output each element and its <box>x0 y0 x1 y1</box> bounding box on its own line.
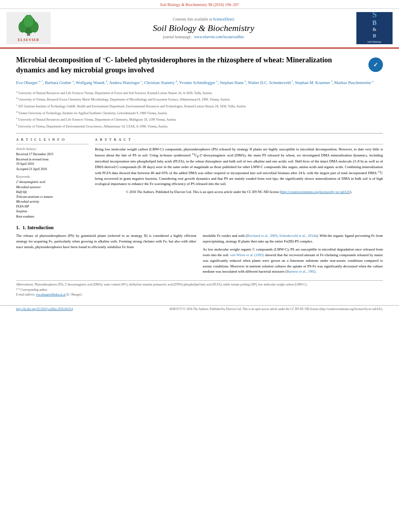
abstract-column: A B S T R A C T Being low molecular weig… <box>95 138 383 219</box>
journal-citation: Soil Biology & Biochemistry 98 (2016) 19… <box>160 2 239 7</box>
sciencedirect-link[interactable]: ScienceDirect <box>213 17 234 21</box>
logo-b: B <box>372 19 377 27</box>
footer-issn: 0038-0717/© 2016 The Authors. Published … <box>169 307 383 311</box>
keywords-label: Keywords: <box>16 175 88 179</box>
intro-col-left: The release of phytosiderophores (PS) by… <box>16 233 196 277</box>
keyword-3: Half-life <box>16 190 88 194</box>
section-number: 1. <box>16 225 20 230</box>
article-title-text: Microbial decomposition of 13C- labeled … <box>16 55 362 75</box>
abstract-license: © 2016 The Authors. Published by Elsevie… <box>95 189 383 195</box>
elsevier-logo: ELSEVIER <box>6 12 51 44</box>
elsevier-text: ELSEVIER <box>18 38 39 42</box>
abstract-label: A B S T R A C T <box>95 138 383 142</box>
affiliation-c: c AIT Austrian Institute of Technology G… <box>16 103 383 109</box>
article-info-column: A R T I C L E I N F O Article history: R… <box>16 138 88 219</box>
svg-point-4 <box>24 15 33 27</box>
journal-homepage-link[interactable]: www.elsevier.com/locate/soilbio <box>194 35 244 39</box>
abstract-box: Being low molecular weight carbon (LMW-C… <box>95 144 383 195</box>
divider-after-affiliations <box>16 133 383 134</box>
crossmark-icon: ✓ <box>368 58 383 72</box>
abstract-text: Being low molecular weight carbon (LMW-C… <box>95 147 383 187</box>
journal-title: Soil Biology & Biochemistry <box>55 23 352 33</box>
revised-date: Received in revised form19 April 2016 <box>16 157 88 166</box>
keyword-4: Triticum aestivum cv tamaro <box>16 195 88 199</box>
journal-logo-right: S B & B Soil Biology& Biochemistry <box>356 12 393 44</box>
keyword-5: Microbial activity <box>16 199 88 204</box>
abbreviations-note: Abbreviations: Phytosiderophores (PS), 2… <box>16 283 383 287</box>
section-title: 1. Introduction <box>23 225 53 230</box>
article-title-section: Microbial decomposition of 13C- labeled … <box>16 55 383 75</box>
affiliation-b: b University of Vienna, Research Focus C… <box>16 96 383 102</box>
crossmark-badge: ✓ <box>368 58 383 72</box>
contents-line: Contents lists available at ScienceDirec… <box>55 17 352 21</box>
intro-body: The release of phytosiderophores (PS) by… <box>16 233 383 277</box>
keyword-7: Sorption <box>16 209 88 214</box>
page-footer: http://dx.doi.org/10.1016/j.soilbio.2016… <box>0 305 399 312</box>
logo-s: S <box>372 12 376 19</box>
abstract-paragraph: Being low molecular weight carbon (LMW-C… <box>95 147 383 187</box>
history-label: Article history: <box>16 147 88 151</box>
intro-col-right: insoluble Fe oxides and soils (Reichard … <box>203 233 383 277</box>
keyword-6: PLFA-SIP <box>16 204 88 209</box>
footnote-section: Abbreviations: Phytosiderophores (PS), 2… <box>16 280 383 297</box>
corresponding-note: * * Corresponding author. <box>16 288 383 292</box>
affiliation-d: d Vienna University of Technology, Insti… <box>16 110 383 116</box>
intro-para-1: The release of phytosiderophores (PS) by… <box>16 233 196 250</box>
intro-para-3: As low molecular weight organic C compou… <box>203 247 383 275</box>
logo-amp: & <box>372 27 376 33</box>
journal-homepage: journal homepage: www.elsevier.com/locat… <box>55 35 352 39</box>
article-title: Microbial decomposition of 13C- labeled … <box>16 55 362 75</box>
keyword-8: Root exudates <box>16 214 88 219</box>
affiliation-a: a University of Natural Resources and Li… <box>16 90 383 96</box>
journal-center: Contents lists available at ScienceDirec… <box>51 17 356 39</box>
email-link[interactable]: eva.oburger@boku.ac.at <box>36 293 66 296</box>
article-info-box: Article history: Received 17 December 20… <box>16 144 88 219</box>
journal-header: ELSEVIER Contents lists available at Sci… <box>0 9 399 49</box>
article-info-abstract-section: A R T I C L E I N F O Article history: R… <box>16 138 383 219</box>
journal-citation-bar: Soil Biology & Biochemistry 98 (2016) 19… <box>0 0 399 9</box>
affiliations: a University of Natural Resources and Li… <box>16 90 383 129</box>
intro-para-2: insoluble Fe oxides and soils (Reichard … <box>203 233 383 244</box>
email-note: E-mail address: eva.oburger@boku.ac.at (… <box>16 293 383 297</box>
ref-barness[interactable]: Barness et al., 1992 <box>287 269 315 273</box>
main-content: Microbial decomposition of 13C- labeled … <box>0 49 399 302</box>
ref-reichard[interactable]: Reichard et al., 2005 <box>247 234 277 238</box>
intro-heading: 1. 1. Introduction <box>16 225 383 231</box>
received-date: Received 17 December 2015 <box>16 152 88 156</box>
ref-vonwiren[interactable]: von Wiren et al. (1993) <box>230 253 264 257</box>
keyword-1: 2′-deoxymugineic acid <box>16 180 88 184</box>
ref-schenkeveld[interactable]: Schenkeveld et al., 2014a <box>279 234 317 238</box>
logo-b2: B <box>373 33 376 39</box>
accepted-date: Accepted 21 April 2016 <box>16 167 88 171</box>
logo-small-text: Soil Biology& Biochemistry <box>365 40 384 45</box>
authors-list: Eva Oburger a, *, Barbara Gruber a, Wolf… <box>16 79 383 86</box>
elsevier-tree-svg <box>12 15 45 37</box>
affiliation-e: e University of Natural Resources and Li… <box>16 116 383 122</box>
article-info-label: A R T I C L E I N F O <box>16 138 88 142</box>
affiliation-f: f University of Vienna, Department of En… <box>16 123 383 129</box>
keyword-2: Microbial turnover <box>16 185 88 189</box>
license-link[interactable]: http://creativecommons.org/licenses/by-n… <box>281 190 350 194</box>
doi-link[interactable]: http://dx.doi.org/10.1016/j.soilbio.2016… <box>16 307 73 311</box>
